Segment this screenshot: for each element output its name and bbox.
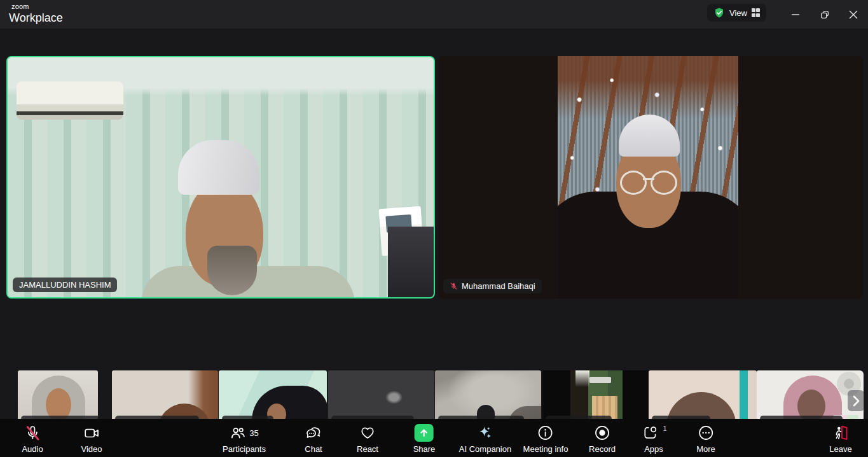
video-button[interactable]: Video (81, 424, 102, 454)
participant-name: JAMALLUDDIN HASHIM (19, 280, 111, 290)
info-icon (537, 425, 554, 441)
apps-badge: 1 (663, 425, 666, 432)
leave-label: Leave (829, 444, 851, 454)
participants-count: 35 (249, 428, 258, 438)
view-label: View (729, 8, 747, 18)
chat-button[interactable]: Chat (305, 424, 322, 454)
apps-button[interactable]: 1 Apps (642, 424, 665, 454)
share-label: Share (413, 444, 436, 454)
chat-bubble-icon (305, 425, 322, 441)
meeting-info-button[interactable]: Meeting info (523, 424, 568, 454)
audio-label: Audio (22, 444, 43, 454)
chevron-right-icon (852, 395, 860, 407)
react-button[interactable]: React (357, 424, 378, 454)
record-icon (594, 425, 610, 441)
ai-companion-label: AI Companion (459, 444, 511, 454)
react-label: React (357, 444, 378, 454)
video-camera-icon (83, 425, 100, 441)
mic-muted-icon (450, 282, 458, 290)
heart-icon (359, 425, 376, 441)
leave-button[interactable]: Leave (829, 424, 851, 454)
meeting-info-label: Meeting info (523, 444, 568, 454)
zoom-workplace-logo: zoom Workplace (9, 3, 63, 24)
record-button[interactable]: Record (589, 424, 616, 454)
ai-companion-button[interactable]: AI Companion (459, 424, 511, 454)
video-label: Video (81, 444, 102, 454)
gallery-view-icon (752, 8, 761, 17)
titlebar: zoom Workplace View (0, 0, 868, 29)
more-button[interactable]: More (696, 424, 715, 454)
ai-sparkle-icon (477, 425, 493, 441)
participant-name-label: Muhammad Baihaqi (443, 279, 542, 293)
restore-button[interactable] (810, 0, 839, 29)
participants-label: Participants (223, 444, 266, 454)
mic-muted-icon (24, 425, 41, 441)
next-participants-button[interactable] (848, 390, 864, 411)
participants-icon (230, 425, 246, 441)
audio-button[interactable]: Audio (22, 424, 43, 454)
brand-workplace: Workplace (9, 12, 63, 24)
leave-door-icon (832, 425, 849, 441)
close-button[interactable] (839, 0, 868, 29)
view-button[interactable]: View (707, 4, 766, 22)
brand-zoom: zoom (11, 3, 63, 10)
video-feed (8, 57, 434, 297)
participant-name-label: JAMALLUDDIN HASHIM (13, 278, 117, 292)
participant-name: Muhammad Baihaqi (462, 281, 535, 291)
security-shield-icon[interactable] (713, 7, 725, 18)
share-button[interactable]: Share (413, 424, 436, 454)
chat-label: Chat (305, 444, 322, 454)
video-tile-jamalluddin[interactable]: JAMALLUDDIN HASHIM (6, 56, 435, 299)
meeting-toolbar: Audio Video 35 Participants Chat (0, 419, 868, 457)
apps-label: Apps (644, 444, 663, 454)
video-tile-baihaqi[interactable]: Muhammad Baihaqi (438, 56, 864, 299)
apps-icon (642, 425, 658, 441)
video-feed (558, 56, 738, 299)
more-ellipsis-icon (698, 425, 714, 441)
more-label: More (696, 444, 715, 454)
record-label: Record (589, 444, 616, 454)
participants-button[interactable]: 35 Participants (223, 424, 266, 454)
video-stage: JAMALLUDDIN HASHIM Muhammad Baihaqi Dwi … (0, 29, 868, 419)
minimize-button[interactable] (781, 0, 810, 29)
share-screen-icon (415, 424, 434, 442)
